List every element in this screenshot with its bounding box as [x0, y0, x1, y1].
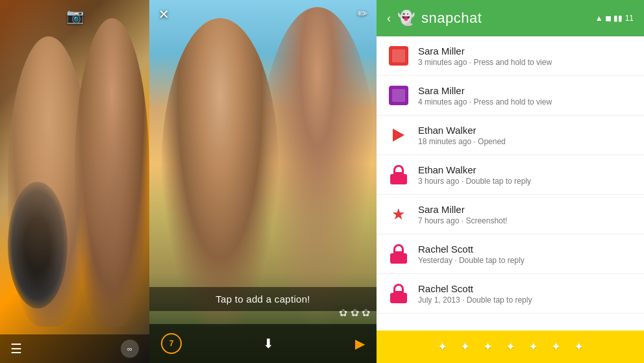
caption-text[interactable]: Tap to add a caption! — [149, 287, 377, 311]
inbox-meta-text: Yesterday · Double tap to reply — [418, 256, 634, 265]
snapchat-inbox-panel: ‹ 👻 snapchat ▲ ◼ ▮▮ 11 Sara Miller3 minu… — [377, 0, 644, 363]
middle-bottom-bar: 7 ⬇ ▶ — [149, 324, 377, 363]
app-title: snapchat — [421, 10, 482, 27]
left-photo-overlay — [0, 0, 149, 363]
camera-icon[interactable]: 📷 — [66, 8, 84, 25]
lock-icon — [390, 284, 407, 303]
back-button[interactable]: ‹ — [387, 12, 391, 25]
inbox-item-content: Sara Miller3 minutes ago · Press and hol… — [418, 45, 634, 67]
status-icons: ▲ ◼ ▮▮ 11 — [595, 14, 634, 23]
footer-star: ✦ — [574, 340, 584, 354]
inbox-contact-name: Sara Miller — [418, 45, 634, 56]
footer-star: ✦ — [551, 340, 561, 354]
left-camera-panel: 📷 ☰ ∞ — [0, 0, 149, 363]
star-icon: ★ — [391, 205, 406, 223]
inbox-meta-text: 7 hours ago · Screenshot! — [418, 216, 634, 225]
snap-icon: ★ — [387, 203, 410, 226]
yellow-footer: ✦✦✦✦✦✦✦ — [377, 331, 644, 363]
inbox-item[interactable]: Sara Miller4 minutes ago · Press and hol… — [377, 76, 644, 116]
snap-icon — [387, 123, 410, 147]
arrow-opened-icon — [393, 129, 404, 142]
left-bottom-bar: ☰ ∞ — [0, 334, 149, 363]
send-button[interactable]: ▶ — [355, 336, 365, 351]
close-button[interactable]: ✕ — [158, 6, 169, 22]
inbox-contact-name: Sara Miller — [418, 85, 634, 96]
inbox-contact-name: Rachel Scott — [418, 244, 634, 255]
snap-icon — [387, 44, 410, 68]
inbox-item-content: Rachel ScottYesterday · Double tap to re… — [418, 244, 634, 265]
footer-star: ✦ — [506, 340, 515, 354]
inbox-item-content: Ethan Walker3 hours ago · Double tap to … — [418, 164, 634, 186]
inbox-item-content: Sara Miller4 minutes ago · Press and hol… — [418, 85, 634, 106]
ghost-icon: 👻 — [397, 10, 415, 27]
inbox-item-content: Rachel ScottJuly 1, 2013 · Double tap to… — [418, 283, 634, 305]
edit-button[interactable]: ✏ — [358, 6, 367, 21]
snap-icon — [387, 84, 410, 107]
inbox-item[interactable]: Rachel ScottYesterday · Double tap to re… — [377, 234, 644, 274]
left-photo-background — [0, 0, 149, 363]
inbox-meta-text: 18 minutes ago · Opened — [418, 137, 634, 146]
timer-badge: ∞ — [121, 340, 139, 358]
download-button[interactable]: ⬇ — [263, 336, 274, 351]
inbox-item[interactable]: Ethan Walker3 hours ago · Double tap to … — [377, 155, 644, 195]
red-square-icon — [389, 46, 408, 66]
snap-icon — [387, 282, 410, 305]
inbox-meta-text: 3 minutes ago · Press and hold to view — [418, 58, 634, 67]
middle-figure-right — [258, 7, 377, 334]
inbox-list: Sara Miller3 minutes ago · Press and hol… — [377, 36, 644, 331]
middle-snap-panel: ✕ ✏ Tap to add a caption! ✿ ✿ ✿ 7 ⬇ ▶ — [149, 0, 377, 363]
inbox-item[interactable]: ★Sara Miller7 hours ago · Screenshot! — [377, 195, 644, 234]
purple-square-icon — [389, 86, 408, 105]
snapchat-header: ‹ 👻 snapchat ▲ ◼ ▮▮ 11 — [377, 0, 644, 36]
inbox-item-content: Sara Miller7 hours ago · Screenshot! — [418, 204, 634, 225]
inbox-item[interactable]: Sara Miller3 minutes ago · Press and hol… — [377, 36, 644, 76]
inbox-meta-text: July 1, 2013 · Double tap to reply — [418, 295, 634, 305]
inbox-meta-text: 4 minutes ago · Press and hold to view — [418, 97, 634, 106]
inbox-contact-name: Ethan Walker — [418, 164, 634, 175]
inbox-meta-text: 3 hours ago · Double tap to reply — [418, 177, 634, 186]
lock-icon — [390, 244, 407, 264]
snap-icon — [387, 163, 410, 186]
inbox-item-content: Ethan Walker18 minutes ago · Opened — [418, 125, 634, 146]
snap-icon — [387, 242, 410, 266]
footer-star: ✦ — [528, 340, 538, 354]
footer-star: ✦ — [438, 340, 447, 354]
inbox-contact-name: Ethan Walker — [418, 125, 634, 136]
list-icon[interactable]: ☰ — [10, 341, 22, 357]
inbox-contact-name: Sara Miller — [418, 204, 634, 215]
inbox-contact-name: Rachel Scott — [418, 283, 634, 294]
snap-timer[interactable]: 7 — [161, 333, 182, 354]
footer-star: ✦ — [483, 340, 493, 354]
inbox-item[interactable]: Ethan Walker18 minutes ago · Opened — [377, 116, 644, 155]
inbox-item[interactable]: Rachel ScottJuly 1, 2013 · Double tap to… — [377, 274, 644, 314]
lock-icon — [390, 165, 407, 184]
footer-star: ✦ — [460, 340, 470, 354]
